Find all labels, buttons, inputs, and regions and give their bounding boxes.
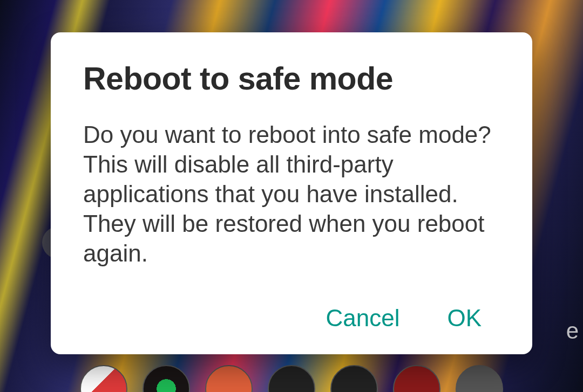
dock-app-icon bbox=[393, 365, 440, 392]
dock-app-icon bbox=[268, 365, 315, 392]
safe-mode-dialog: Reboot to safe mode Do you want to reboo… bbox=[51, 32, 532, 354]
cancel-button[interactable]: Cancel bbox=[323, 300, 402, 336]
dock-app-icon bbox=[456, 365, 503, 392]
dock-app-icon bbox=[205, 365, 253, 392]
dialog-title: Reboot to safe mode bbox=[83, 60, 500, 97]
dock-app-icon bbox=[330, 365, 378, 392]
dock-app-icon bbox=[80, 365, 127, 392]
dialog-message: Do you want to reboot into safe mode? Th… bbox=[83, 120, 500, 268]
app-dock bbox=[0, 365, 583, 392]
ok-button[interactable]: OK bbox=[445, 300, 484, 336]
background-text-fragment: e bbox=[566, 318, 579, 344]
dock-app-icon bbox=[143, 365, 190, 392]
dialog-actions: Cancel OK bbox=[83, 300, 500, 336]
